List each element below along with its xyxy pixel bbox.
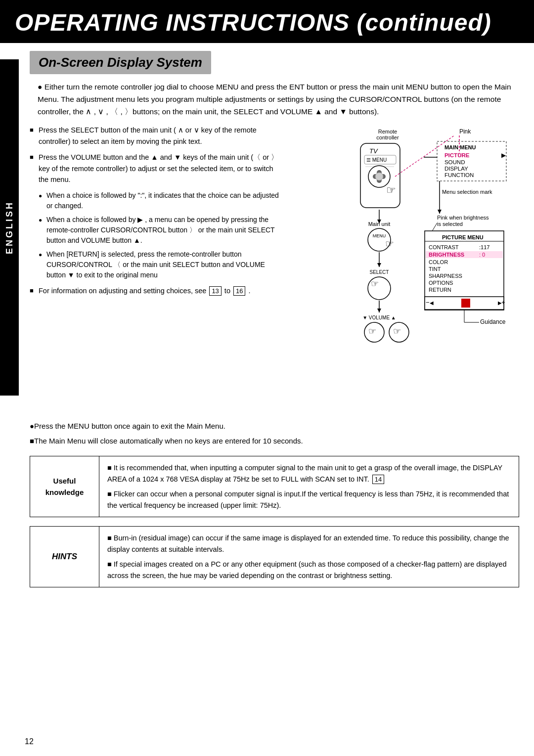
page-number: 12 [25,737,34,746]
useful-knowledge-row: Usefulknowledge ■ It is recommended that… [30,456,519,517]
section-title: On-Screen Display System [39,55,202,70]
svg-text:▶: ▶ [501,152,506,159]
diagram-column: Remote controller Pink MAIN MENU PICTURE… [291,125,519,411]
svg-text:☞: ☞ [368,326,376,336]
svg-text:☞: ☞ [393,326,401,336]
bottom-bullet-2: ■ The Main Menu will close automatically… [30,435,519,447]
svg-marker-32 [377,263,381,267]
svg-text:☰ MENU: ☰ MENU [366,157,387,163]
svg-text:RETURN: RETURN [429,287,451,293]
page-ref-16: 16 [233,286,245,296]
square-bullet-6-icon: ■ [30,286,39,296]
bullet-circle-icon: ● [38,83,44,91]
circle-bullet-4-icon: ● [39,216,46,224]
svg-text:Menu selection mark: Menu selection mark [442,189,492,195]
main-content: On-Screen Display System ● Either turn t… [0,43,534,602]
svg-text::117: :117 [479,244,490,250]
svg-text:☞: ☞ [385,238,394,249]
sub-bullet-3: ● When [RETURN] is selected, press the r… [39,249,281,280]
useful-knowledge-text1: ■ It is recommended that, when inputting… [107,462,511,485]
for-info-text: For information on adjusting and setting… [39,285,281,296]
svg-text:MAIN MENU: MAIN MENU [445,144,476,150]
page-ref-14: 14 [372,475,384,485]
svg-text:+: + [501,299,505,306]
svg-text:BRIGHTNESS: BRIGHTNESS [429,252,464,258]
bottom-bullet-1: ● Press the MENU button once again to ex… [30,420,519,432]
sub-bullet-2: ● When a choice is followed by ▶ , a men… [39,215,281,246]
svg-text:COLOR: COLOR [429,259,448,265]
svg-text:CONTRAST: CONTRAST [429,244,459,250]
hints-text1: ■ Burn-in (residual image) can occur if … [107,533,511,555]
intro-text: Either turn the remote controller jog di… [38,83,511,116]
hints-row: HINTS ■ Burn-in (residual image) can occ… [30,527,519,587]
square-icon-bottom2: ■ [30,435,34,447]
svg-text:TINT: TINT [429,266,441,272]
hints-table: HINTS ■ Burn-in (residual image) can occ… [30,526,519,587]
svg-text:Guidance: Guidance [480,318,506,325]
diagram-svg: Remote controller Pink MAIN MENU PICTURE… [291,125,519,411]
svg-text:MENU: MENU [373,233,386,238]
circle-bullet-5-icon: ● [39,250,46,259]
useful-knowledge-label: Usefulknowledge [30,456,99,517]
circle-bullet-3-icon: ● [39,191,46,200]
sub-bullet-2-text: When a choice is followed by ▶ , a menu … [46,215,281,246]
english-sidebar: ENGLISH [0,59,19,396]
sub-bullet-1: ● When a choice is followed by ":", it i… [39,190,281,211]
bottom-bullet-1-text: Press the MENU button once again to exit… [34,420,225,432]
header: OPERATING INSTRUCTIONS (continued) [0,0,534,43]
svg-marker-11 [438,210,442,214]
two-column-layout: ■ Press the SELECT button of the main un… [30,125,519,411]
svg-text:PICTURE MENU: PICTURE MENU [442,234,484,240]
svg-text:◀: ◀ [430,300,434,306]
svg-text:☞: ☞ [386,184,396,196]
svg-text:OPTIONS: OPTIONS [429,280,453,286]
instruction-2-text: Press the VOLUME button and the ▲ and ▼ … [39,152,281,185]
instructions-column: ■ Press the SELECT button of the main un… [30,125,281,411]
svg-text:controller: controller [376,134,399,140]
bottom-bullet-2-text: The Main Menu will close automatically w… [34,435,303,447]
hints-text2: ■ If special images created on a PC or a… [107,559,511,581]
svg-text:PICTURE: PICTURE [445,152,470,158]
square-bullet-1-icon: ■ [30,125,39,135]
svg-text:: 0: : 0 [479,252,485,258]
page-ref-13: 13 [209,286,221,296]
svg-text:▼ VOLUME ▲: ▼ VOLUME ▲ [362,315,396,320]
intro-paragraph: ● Either turn the remote controller jog … [38,81,519,118]
square-bullet-2-icon: ■ [30,152,39,162]
sub-bullet-1-text: When a choice is followed by ":", it ind… [46,190,281,211]
useful-knowledge-content: ■ It is recommended that, when inputting… [99,456,519,517]
section-header: On-Screen Display System [30,51,211,74]
info-table: Usefulknowledge ■ It is recommended that… [30,456,519,517]
svg-text:SOUND: SOUND [445,159,465,165]
svg-text:Pink when brightness: Pink when brightness [437,215,489,221]
svg-text:Remote: Remote [378,129,398,134]
language-label: ENGLISH [4,201,15,254]
svg-text:FUNCTION: FUNCTION [445,172,474,178]
circle-icon-bottom1: ● [30,420,34,432]
hints-content: ■ Burn-in (residual image) can occur if … [99,527,519,587]
for-info: ■ For information on adjusting and setti… [30,285,281,296]
page-title: OPERATING INSTRUCTIONS (continued) [15,9,519,36]
hints-label: HINTS [30,527,99,587]
svg-text:−: − [426,299,430,306]
svg-text:is selected: is selected [437,221,463,227]
svg-text:DISPLAY: DISPLAY [445,166,468,172]
pink-label: Pink [459,128,471,135]
bottom-bullets: ● Press the MENU button once again to ex… [30,420,519,447]
useful-knowledge-text2: ■ Flicker can occur when a personal comp… [107,489,511,511]
instruction-1-text: Press the SELECT button of the main unit… [39,125,281,147]
svg-text:☞: ☞ [371,279,379,289]
svg-point-23 [375,173,383,180]
svg-text:SHARPNESS: SHARPNESS [429,273,462,279]
sub-bullet-3-text: When [RETURN] is selected, press the rem… [46,249,281,280]
instruction-2: ■ Press the VOLUME button and the ▲ and … [30,152,281,185]
svg-text:TV: TV [369,147,378,155]
instruction-1: ■ Press the SELECT button of the main un… [30,125,281,147]
svg-marker-37 [377,309,381,312]
svg-rect-60 [461,299,470,308]
svg-text:SELECT: SELECT [370,269,389,275]
